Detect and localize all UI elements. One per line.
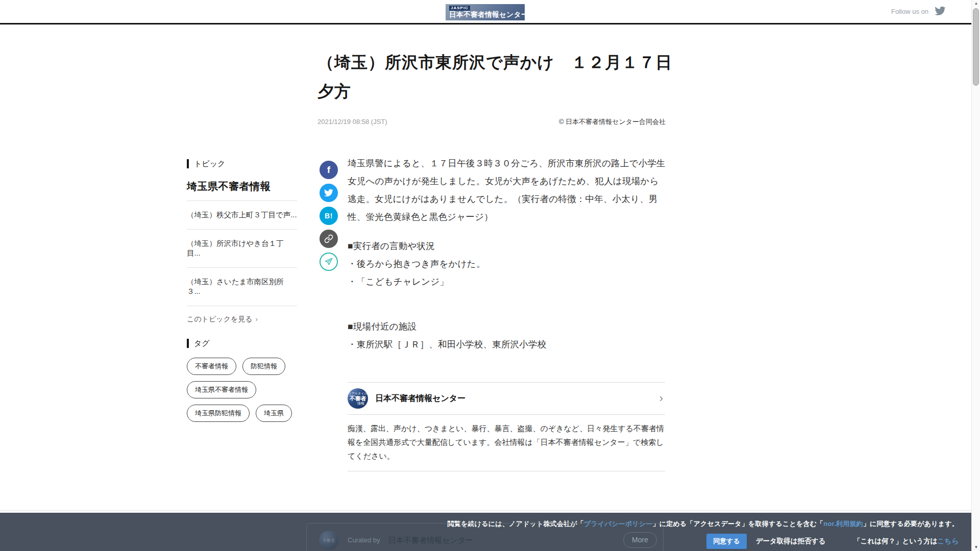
topic-title: 埼玉県不審者情報 [187, 180, 297, 193]
more-button[interactable]: More [623, 532, 657, 548]
curator-avatar: 不審者 [319, 531, 338, 550]
chevron-right-icon[interactable]: › [659, 393, 663, 404]
agree-button[interactable]: 同意する [706, 534, 747, 549]
publisher-name: 日本不審者情報センター [375, 393, 465, 404]
site-logo[interactable]: JASPIC 日本不審者情報センター [446, 4, 525, 20]
facebook-glyph: f [327, 164, 330, 176]
scrollbar-down-icon[interactable]: ▼ [972, 545, 980, 549]
published-date: 2021/12/19 08:58 (JST) [317, 118, 387, 126]
site-logo-title: 日本不審者情報センター [449, 11, 521, 19]
follow-us: Follow us on [891, 7, 946, 16]
tag-pill[interactable]: 防犯情報 [242, 358, 285, 375]
article-paragraph [348, 291, 666, 309]
share-column: f B! [320, 161, 338, 276]
facebook-share-icon[interactable]: f [320, 161, 338, 179]
consent-footer: 閲覧を続けるには、ノアドット株式会社が「プライバシーポリシー」に定める「アクセス… [0, 513, 971, 551]
article-paragraph: ■現場付近の施設 [348, 318, 666, 336]
publisher-header[interactable]: リアルタイム 不審者 情報 日本不審者情報センター › [348, 383, 665, 415]
twitter-share-icon[interactable] [320, 184, 338, 202]
hatena-share-icon[interactable]: B! [320, 207, 338, 225]
hatena-glyph: B! [325, 212, 333, 220]
what-is-this: 「これは何？」という方はこちら [853, 537, 959, 546]
refuse-link[interactable]: データ取得は拒否する [756, 537, 826, 546]
header: JASPIC 日本不審者情報センター Follow us on [0, 0, 971, 24]
tag-pill[interactable]: 埼玉県防犯情報 [187, 405, 250, 422]
curator-avatar-text: 不審者 [323, 538, 335, 543]
publisher-avatar-text: リアルタイム [349, 392, 368, 395]
topic-item[interactable]: （埼玉）秩父市上町３丁目で声... [187, 201, 297, 229]
topic-label: トピック [187, 159, 297, 168]
twitter-icon[interactable] [935, 7, 946, 16]
article-paragraph: 埼玉県警によると、１７日午後３時３０分ごろ、所沢市東所沢の路上で小学生女児への声… [348, 155, 666, 226]
article-body: 埼玉県警によると、１７日午後３時３０分ごろ、所沢市東所沢の路上で小学生女児への声… [348, 155, 666, 354]
page-title: （埼玉）所沢市東所沢で声かけ １２月１７日夕方 [317, 48, 675, 106]
topic-item[interactable]: （埼玉）所沢市けやき台１丁目... [187, 229, 297, 267]
sidebar-tags: タグ 不審者情報 防犯情報 埼玉県不審者情報 埼玉県防犯情報 埼玉県 [187, 339, 309, 422]
article-paragraph: ■実行者の言動や状況 [348, 237, 666, 255]
article-paragraph: ・東所沢駅［ＪＲ］、和田小学校、東所沢小学校 [348, 336, 666, 354]
site-logo-badge: JASPIC [449, 6, 470, 11]
publisher-avatar: リアルタイム 不審者 情報 [348, 388, 368, 409]
copy-link-icon[interactable] [320, 230, 338, 248]
tag-pill[interactable]: 埼玉県不審者情報 [187, 381, 256, 398]
send-share-icon[interactable] [320, 253, 338, 271]
publisher-avatar-text: 不審者 [350, 395, 366, 402]
consent-text-part: 」に同意する必要があります。 [863, 520, 959, 528]
chevron-right-icon: › [256, 315, 258, 323]
page: JASPIC 日本不審者情報センター Follow us on ▲ ▼ （埼玉）… [0, 0, 980, 551]
article-paragraph: ・「こどもチャレンジ」 [348, 273, 666, 291]
paper-plane-glyph [324, 257, 333, 266]
curator-name: 日本不審者情報センター [388, 523, 473, 551]
topic-item[interactable]: （埼玉）さいたま市南区別所３... [187, 267, 297, 306]
scrollbar-thumb[interactable] [973, 8, 979, 86]
article-meta: 2021/12/19 08:58 (JST) © 日本不審者情報センター合同会社 [317, 117, 666, 127]
publisher-avatar-text: 情報 [357, 402, 364, 406]
follow-us-label: Follow us on [891, 8, 928, 15]
consent-text-part: 」に定める「アクセスデータ」を取得することを含む「 [652, 520, 823, 528]
topic-more-link[interactable]: このトピックを見る › [187, 315, 297, 324]
sidebar-topic: トピック 埼玉県不審者情報 （埼玉）秩父市上町３丁目で声... （埼玉）所沢市け… [187, 159, 297, 324]
what-is-this-label: 「これは何？」という方は [853, 537, 937, 545]
curated-bar: 不審者 Curated by 日本不審者情報センター More [306, 523, 664, 551]
publisher-description: 痴漢、露出、声かけ、つきまとい、暴行、暴言、盗撮、のぞきなど、日々発生する不審者… [348, 415, 665, 471]
consent-actions: 同意する データ取得は拒否する 「これは何？」という方はこちら [706, 534, 959, 549]
footer-divider [0, 510, 971, 511]
terms-link[interactable]: nor.利用規約 [823, 520, 863, 528]
scrollbar-up-icon[interactable]: ▲ [972, 1, 980, 6]
scrollbar[interactable]: ▲ ▼ [971, 0, 980, 551]
tag-pill[interactable]: 不審者情報 [187, 358, 236, 375]
tag-pill[interactable]: 埼玉県 [256, 405, 292, 422]
article-paragraph: ・後ろから抱きつき声をかけた。 [348, 255, 666, 273]
publisher-card: リアルタイム 不審者 情報 日本不審者情報センター › 痴漢、露出、声かけ、つき… [348, 382, 665, 471]
copyright: © 日本不審者情報センター合同会社 [559, 117, 666, 127]
tags-label: タグ [187, 339, 309, 348]
curated-by-label: Curated by [348, 523, 380, 551]
tag-list: 不審者情報 防犯情報 埼玉県不審者情報 埼玉県防犯情報 埼玉県 [187, 358, 309, 422]
link-glyph [324, 234, 333, 243]
topic-list: （埼玉）秩父市上町３丁目で声... （埼玉）所沢市けやき台１丁目... （埼玉）… [187, 201, 297, 306]
topic-more-label: このトピックを見る [187, 315, 253, 323]
what-is-this-link[interactable]: こちら [938, 537, 959, 545]
twitter-bird-glyph [324, 189, 333, 197]
